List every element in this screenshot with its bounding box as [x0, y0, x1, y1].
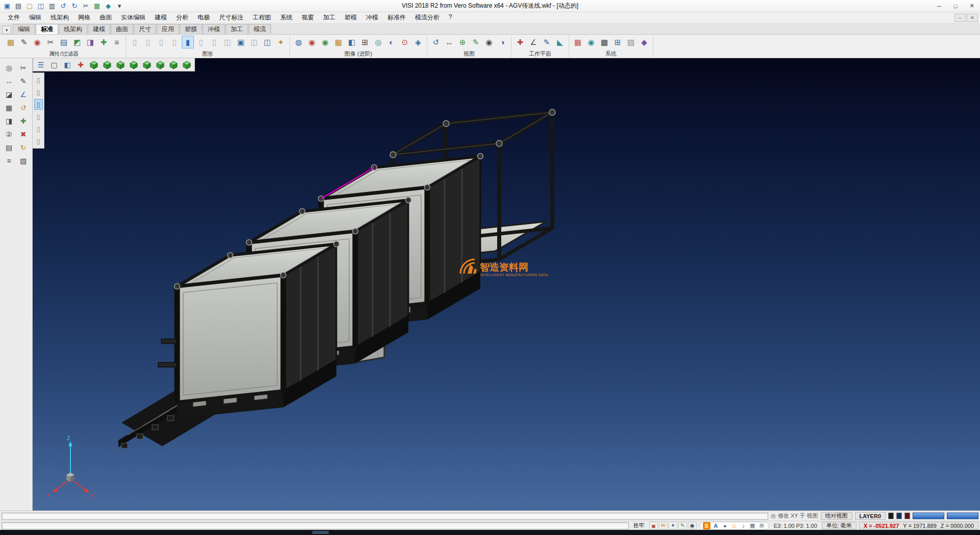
tab-machining[interactable]: 加工	[226, 24, 248, 34]
view-dimetric-icon[interactable]	[181, 59, 193, 70]
cylinder-outline-icon[interactable]: ▯	[168, 36, 181, 48]
target-render-icon[interactable]: ⊙	[399, 36, 411, 48]
render-system-icon[interactable]: ◆	[638, 36, 650, 48]
menu-electrode[interactable]: 电极	[193, 12, 214, 23]
color-chip[interactable]	[896, 513, 902, 519]
filter-pen-icon[interactable]: ✎	[18, 36, 30, 48]
filter-surfaces-icon[interactable]: ▯	[34, 99, 43, 110]
view-right-icon[interactable]	[141, 59, 153, 70]
cylinder-hidden-icon[interactable]: ▯	[142, 36, 154, 48]
menu-file[interactable]: 文件	[3, 12, 24, 23]
selection-filter-icon[interactable]: ◉	[31, 36, 43, 48]
menu-edit[interactable]: 编辑	[24, 12, 46, 23]
add-filter-icon[interactable]: ✚	[97, 36, 110, 48]
shade-mode-icon[interactable]: ◑	[496, 36, 508, 48]
tab-moldflow[interactable]: 模流	[249, 24, 271, 34]
menu-surface[interactable]: 曲面	[95, 12, 116, 23]
print-icon[interactable]: ▥	[47, 2, 57, 11]
tab-mold[interactable]: 塑膜	[180, 24, 202, 34]
mdi-minimize-button[interactable]: ─	[954, 14, 966, 22]
close-button[interactable]: ✕	[964, 1, 980, 11]
calculator-icon[interactable]: ▩	[598, 36, 610, 48]
view-front-icon[interactable]	[101, 59, 113, 70]
tab-standard[interactable]: 标准	[36, 24, 58, 34]
menu-drawing[interactable]: 工程图	[248, 12, 276, 23]
mirror-icon[interactable]: ◪	[3, 88, 16, 101]
view-iso-icon[interactable]	[88, 59, 100, 70]
lock-toggle[interactable]: 拴牢	[631, 522, 647, 529]
undo-icon[interactable]: ↺	[58, 2, 68, 11]
menu-help[interactable]: ?	[444, 12, 457, 23]
clear-filter-icon[interactable]: ≡	[111, 36, 123, 48]
box-section-icon[interactable]: ◫	[248, 36, 260, 48]
magnet-icon[interactable]: ✦	[669, 522, 677, 529]
prompt-field[interactable]	[2, 522, 629, 529]
ime-skin-icon[interactable]: ●	[721, 522, 729, 529]
eye-icon[interactable]: ◉	[483, 36, 495, 48]
view-bottom-icon[interactable]	[167, 59, 180, 70]
measure-icon[interactable]: ∠	[17, 88, 30, 101]
menu-moldflow[interactable]: 模流分析	[410, 12, 444, 23]
filter-meshes-icon[interactable]: ▯	[34, 124, 43, 134]
hatch-icon[interactable]: ▧	[17, 154, 30, 167]
layer-list-icon[interactable]: ▤	[3, 141, 16, 154]
workplane-edit-icon[interactable]: ✎	[541, 36, 553, 48]
info-icon[interactable]: ◉	[688, 522, 697, 529]
tab-edit[interactable]: 编辑	[13, 24, 35, 34]
layer-filter-icon[interactable]: ◨	[84, 36, 96, 48]
viewport-3d-scene[interactable]: Z x y 智造资料网	[33, 58, 980, 510]
menu-mesh[interactable]: 网格	[74, 12, 95, 23]
new-file-icon[interactable]: ▤	[13, 2, 23, 11]
ime-lang-icon[interactable]: A	[712, 522, 720, 529]
color-chip[interactable]	[888, 513, 894, 519]
color-palette-icon[interactable]: ▦	[572, 36, 584, 48]
view-mode-button[interactable]: 绝对视图	[821, 512, 852, 520]
ime-emoji-icon[interactable]: ☺	[730, 522, 738, 529]
filter-solids-icon[interactable]: ▯	[34, 111, 43, 122]
tab-wireframe[interactable]: 线架构	[59, 24, 87, 34]
cylinder-shaded-icon[interactable]: ▮	[182, 36, 194, 48]
menu-standard-parts[interactable]: 标准件	[383, 12, 410, 23]
box-wire-icon[interactable]: ◫	[222, 36, 234, 48]
grid-snap-icon[interactable]: ▦	[3, 101, 16, 114]
attribute-table-icon[interactable]: ▤	[58, 36, 70, 48]
home-icon[interactable]: ◆	[103, 2, 113, 11]
units-indicator[interactable]: 单位: 毫米	[822, 522, 856, 529]
sphere-render-icon[interactable]: ◎	[372, 36, 384, 48]
shade-red-icon[interactable]: ◉	[306, 36, 318, 48]
pattern-icon[interactable]: ▨	[625, 36, 637, 48]
shade-green-icon[interactable]: ◉	[319, 36, 331, 48]
workplane-icon[interactable]: ◣	[554, 36, 566, 48]
cut-icon[interactable]: ✂	[81, 2, 91, 11]
menu-modeling[interactable]: 建模	[150, 12, 172, 23]
filter-curves-icon[interactable]: ▯	[34, 87, 43, 98]
tab-dropdown-icon[interactable]: ▾	[2, 26, 11, 34]
shade-icon[interactable]: ◨	[3, 114, 16, 127]
trim-icon[interactable]: ✂	[17, 61, 30, 74]
color-chip[interactable]	[904, 513, 910, 519]
view-back-icon[interactable]	[114, 59, 127, 70]
ime-keyboard-icon[interactable]: ▦	[749, 522, 756, 529]
tab-die[interactable]: 冲模	[203, 24, 225, 34]
add-entity-icon[interactable]: ✚	[17, 114, 30, 127]
minimize-button[interactable]: ─	[931, 1, 947, 11]
select-icon[interactable]: ◎	[3, 61, 16, 74]
cylinder-flat-icon[interactable]: ▯	[195, 36, 207, 48]
taskbar-item[interactable]	[312, 531, 329, 534]
menu-solid-edit[interactable]: 实体编辑	[116, 12, 150, 23]
viewport[interactable]: Z x y 智造资料网	[33, 58, 980, 510]
layers-icon[interactable]: ☰	[35, 59, 47, 70]
menu-dimension[interactable]: 尺寸标注	[214, 12, 248, 23]
tab-dimension[interactable]: 尺寸	[134, 24, 156, 34]
half-shade-icon[interactable]: ◐	[385, 36, 398, 48]
menu-wireframe[interactable]: 线架构	[46, 12, 74, 23]
message-field[interactable]	[2, 513, 768, 520]
menu-window[interactable]: 视窗	[297, 12, 318, 23]
view-top-icon[interactable]	[154, 59, 166, 70]
tab-modeling[interactable]: 建模	[88, 24, 110, 34]
cylinder-wire-icon[interactable]: ▯	[129, 36, 141, 48]
redo-icon[interactable]: ↻	[17, 141, 30, 154]
maximize-button[interactable]: □	[947, 1, 964, 11]
view-left-icon[interactable]	[128, 59, 140, 70]
save-icon[interactable]: ◫	[36, 2, 46, 11]
